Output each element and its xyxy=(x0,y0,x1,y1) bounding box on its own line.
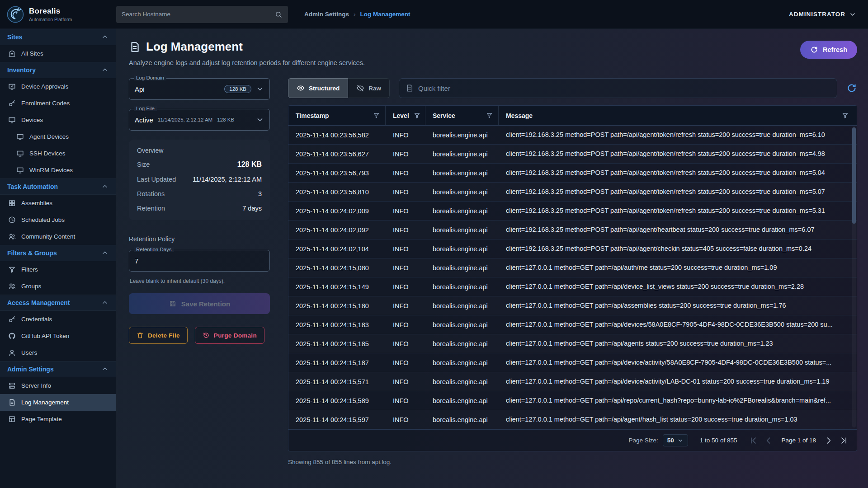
filter-funnel-icon[interactable] xyxy=(414,112,420,119)
cell-message: client=127.0.0.1 method=GET path=/api/ag… xyxy=(499,334,857,353)
sidebar-item-label: Device Approvals xyxy=(21,83,68,90)
log-row[interactable]: 2025-11-14 00:24:15,080INFOborealis.engi… xyxy=(288,258,857,277)
sidebar-item-devices[interactable]: Devices xyxy=(0,112,116,128)
log-row[interactable]: 2025-11-14 00:23:56,582INFOborealis.engi… xyxy=(288,126,857,145)
filter-funnel-icon[interactable] xyxy=(373,112,380,119)
log-file-select[interactable]: Log File Active 11/14/2025, 2:12:12 AM ·… xyxy=(129,109,270,131)
next-page-icon[interactable] xyxy=(824,436,833,445)
log-domain-select[interactable]: Log Domain Api 128 KB xyxy=(129,78,270,100)
table-refresh-icon[interactable] xyxy=(846,83,857,94)
sidebar-item-ssh-devices[interactable]: SSH Devices xyxy=(0,145,116,162)
cell-service: borealis.engine.api xyxy=(425,372,499,391)
overview-value: 7 days xyxy=(242,205,262,212)
sidebar-section-task-automation[interactable]: Task Automation xyxy=(0,178,116,195)
log-row[interactable]: 2025-11-14 00:24:15,149INFOborealis.engi… xyxy=(288,277,857,296)
table-scrollbar-thumb[interactable] xyxy=(852,127,856,224)
cell-timestamp: 2025-11-14 00:24:02,104 xyxy=(288,239,386,258)
raw-view-toggle[interactable]: Raw xyxy=(348,78,390,98)
overview-label: Rotations xyxy=(137,190,165,197)
log-row[interactable]: 2025-11-14 00:24:15,589INFOborealis.engi… xyxy=(288,391,857,410)
chevron-up-icon xyxy=(101,299,108,306)
quick-filter[interactable] xyxy=(399,78,837,98)
sidebar-section-sites[interactable]: Sites xyxy=(0,29,116,45)
overview-value: 128 KB xyxy=(237,160,262,169)
sidebar-item-credentials[interactable]: Credentials xyxy=(0,311,116,328)
cell-level: INFO xyxy=(386,372,425,391)
cell-timestamp: 2025-11-14 00:23:56,793 xyxy=(288,164,386,182)
retention-days-input[interactable] xyxy=(135,257,264,265)
hostname-search-input[interactable] xyxy=(122,11,274,18)
last-page-icon[interactable] xyxy=(840,436,849,445)
cell-timestamp: 2025-11-14 00:23:56,810 xyxy=(288,183,386,201)
log-row[interactable]: 2025-11-14 00:24:15,180INFOborealis.engi… xyxy=(288,296,857,315)
sidebar-item-community-content[interactable]: Community Content xyxy=(0,228,116,245)
delete-file-button[interactable]: Delete File xyxy=(129,327,188,344)
breadcrumb-admin-settings[interactable]: Admin Settings xyxy=(304,11,349,18)
save-retention-label: Save Retention xyxy=(181,300,230,308)
sidebar-item-all-sites[interactable]: All Sites xyxy=(0,45,116,62)
log-row[interactable]: 2025-11-14 00:24:15,183INFOborealis.engi… xyxy=(288,315,857,334)
cell-timestamp: 2025-11-14 00:24:15,180 xyxy=(288,296,386,315)
user-menu[interactable]: ADMINISTRATOR xyxy=(789,11,856,18)
purge-domain-button[interactable]: Purge Domain xyxy=(195,327,264,344)
cell-message: client=127.0.0.1 method=GET path=/api/ag… xyxy=(499,410,857,429)
cell-level: INFO xyxy=(386,410,425,429)
log-row[interactable]: 2025-11-14 00:23:56,810INFOborealis.engi… xyxy=(288,183,857,202)
column-header-message[interactable]: Message xyxy=(499,106,857,125)
filter-funnel-icon[interactable] xyxy=(486,112,493,119)
refresh-button[interactable]: Refresh xyxy=(800,41,857,59)
view-mode-toggle: Structured Raw xyxy=(288,78,390,98)
structured-view-toggle[interactable]: Structured xyxy=(288,78,348,98)
log-row[interactable]: 2025-11-14 00:24:15,185INFOborealis.engi… xyxy=(288,334,857,353)
page-size-select[interactable]: 50 xyxy=(663,434,688,446)
sidebar-item-log-management[interactable]: Log Management xyxy=(0,394,116,411)
overview-value: 3 xyxy=(258,190,262,197)
sidebar-item-groups[interactable]: Groups xyxy=(0,278,116,295)
previous-page-icon[interactable] xyxy=(764,436,773,445)
log-row[interactable]: 2025-11-14 00:24:02,009INFOborealis.engi… xyxy=(288,202,857,221)
sidebar-section-inventory[interactable]: Inventory xyxy=(0,62,116,78)
log-row[interactable]: 2025-11-14 00:24:15,571INFOborealis.engi… xyxy=(288,372,857,391)
cell-timestamp: 2025-11-14 00:24:15,080 xyxy=(288,258,386,277)
sidebar-item-github-api-token[interactable]: GitHub API Token xyxy=(0,328,116,344)
sidebar-item-scheduled-jobs[interactable]: Scheduled Jobs xyxy=(0,211,116,228)
hostname-search[interactable] xyxy=(116,6,288,23)
sidebar-item-filters[interactable]: Filters xyxy=(0,261,116,278)
sidebar-item-enrollment-codes[interactable]: Enrollment Codes xyxy=(0,95,116,112)
retention-days-field[interactable]: Retention Days xyxy=(129,250,270,272)
retention-helper-text: Leave blank to inherit default (30 days)… xyxy=(130,278,270,284)
cell-level: INFO xyxy=(386,277,425,296)
log-row[interactable]: 2025-11-14 00:24:15,187INFOborealis.engi… xyxy=(288,353,857,372)
sidebar-item-winrm-devices[interactable]: WinRM Devices xyxy=(0,162,116,178)
cell-message: client=192.168.3.25 method=POST path=/ap… xyxy=(499,145,857,163)
log-row[interactable]: 2025-11-14 00:24:02,092INFOborealis.engi… xyxy=(288,221,857,239)
filter-funnel-icon[interactable] xyxy=(842,112,849,119)
cell-service: borealis.engine.api xyxy=(425,221,499,239)
column-header-level[interactable]: Level xyxy=(386,106,425,125)
log-row[interactable]: 2025-11-14 00:24:15,597INFOborealis.engi… xyxy=(288,410,857,429)
quick-filter-input[interactable] xyxy=(418,84,830,92)
log-row[interactable]: 2025-11-14 00:24:02,104INFOborealis.engi… xyxy=(288,239,857,258)
column-header-timestamp[interactable]: Timestamp xyxy=(288,106,386,125)
table-scrollbar xyxy=(852,127,856,427)
save-retention-button[interactable]: Save Retention xyxy=(129,293,270,314)
sidebar-item-page-template[interactable]: Page Template xyxy=(0,411,116,427)
column-header-service[interactable]: Service xyxy=(425,106,499,125)
log-row[interactable]: 2025-11-14 00:23:56,793INFOborealis.engi… xyxy=(288,164,857,183)
sidebar-item-agent-devices[interactable]: Agent Devices xyxy=(0,128,116,145)
page-size-value: 50 xyxy=(667,437,674,444)
cell-level: INFO xyxy=(386,145,425,163)
sidebar-section-access-management[interactable]: Access Management xyxy=(0,295,116,311)
overview-row-rotations: Rotations3 xyxy=(137,187,262,201)
log-row[interactable]: 2025-11-14 00:23:56,627INFOborealis.engi… xyxy=(288,145,857,164)
sidebar-section-filters-groups[interactable]: Filters & Groups xyxy=(0,245,116,261)
first-page-icon[interactable] xyxy=(749,436,758,445)
sidebar-item-users[interactable]: Users xyxy=(0,344,116,361)
log-controls-panel: Log Domain Api 128 KB Log File Active 11… xyxy=(129,78,270,465)
sidebar-item-device-approvals[interactable]: Device Approvals xyxy=(0,78,116,95)
sidebar-section-admin-settings[interactable]: Admin Settings xyxy=(0,361,116,377)
sidebar-item-server-info[interactable]: Server Info xyxy=(0,377,116,394)
breadcrumb-log-management[interactable]: Log Management xyxy=(360,11,410,18)
sidebar-item-assemblies[interactable]: Assemblies xyxy=(0,195,116,211)
cell-service: borealis.engine.api xyxy=(425,202,499,220)
